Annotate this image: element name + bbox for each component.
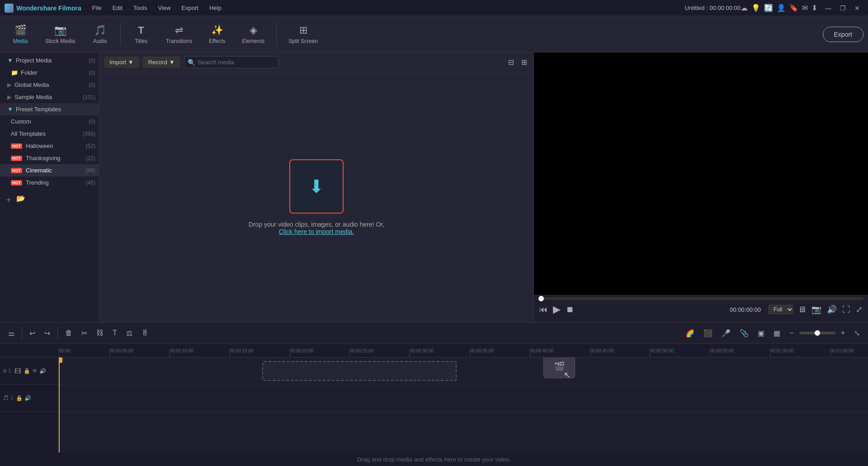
sidebar-folder-button[interactable]: 📂 bbox=[16, 194, 25, 205]
titlebar: Wondershare Filmora File Edit Tools View… bbox=[0, 0, 868, 16]
step-back-button[interactable]: ⏮ bbox=[538, 304, 548, 315]
sidebar-item-project-media[interactable]: ▼ Project Media (0) bbox=[0, 54, 99, 67]
stock-media-icon: 📷 bbox=[54, 24, 66, 36]
menu-view[interactable]: View bbox=[156, 4, 172, 12]
lock-icon[interactable]: 🔒 bbox=[24, 368, 30, 374]
download-icon[interactable]: ⬇ bbox=[811, 4, 817, 12]
ruler-marks: 00:00 00:00:05:00 00:00:10:00 00:00:15:0… bbox=[59, 344, 854, 357]
quality-select[interactable]: Full 1/2 1/4 1/8 bbox=[768, 304, 793, 314]
sidebar-preset-label: Preset Templates bbox=[16, 106, 61, 113]
redo-button[interactable]: ↪ bbox=[41, 326, 54, 340]
clip-button[interactable]: 📎 bbox=[736, 326, 752, 340]
export-button[interactable]: Export bbox=[823, 27, 863, 42]
toolbar-audio[interactable]: 🎵 Audio bbox=[84, 22, 116, 47]
video-track-row: 🎬 ↖ bbox=[59, 357, 868, 385]
zoom-slider[interactable] bbox=[799, 332, 835, 334]
titlebar-right-icons: ☁ 💡 🔄 👤 🔖 ✉ ⬇ bbox=[741, 4, 817, 12]
sidebar-item-preset-templates[interactable]: ▼ Preset Templates bbox=[0, 103, 99, 115]
filter-icon[interactable]: ⊟ bbox=[506, 56, 516, 68]
sidebar-item-global-media[interactable]: ▶ Global Media (0) bbox=[0, 79, 99, 91]
chevron-right-icon-2: ▶ bbox=[7, 94, 12, 100]
mail-icon[interactable]: ✉ bbox=[802, 4, 808, 12]
user-avatar[interactable]: 👤 bbox=[777, 4, 786, 12]
mute-icon[interactable]: 🔊 bbox=[39, 368, 46, 374]
fit-button[interactable]: ⤡ bbox=[850, 326, 863, 340]
audio-adjust-button[interactable]: 🎚 bbox=[138, 326, 152, 340]
media-icon: 🎬 bbox=[14, 24, 27, 36]
toolbar-effects[interactable]: ✨ Effects bbox=[201, 22, 233, 47]
toolbar-media[interactable]: 🎬 Media bbox=[5, 22, 36, 47]
drop-link[interactable]: Click here to import media. bbox=[279, 228, 354, 235]
timeline-scrubber[interactable] bbox=[538, 297, 863, 300]
sidebar-item-folder[interactable]: 📁 Folder (0) bbox=[0, 67, 99, 79]
fullscreen-icon[interactable]: ⛶ bbox=[841, 304, 851, 315]
expand-icon[interactable]: ⤢ bbox=[855, 304, 863, 315]
cloud-icon[interactable]: ☁ bbox=[741, 4, 748, 12]
sidebar-item-all-templates[interactable]: All Templates (399) bbox=[0, 128, 99, 140]
sidebar-item-trending[interactable]: HOT Trending (45) bbox=[0, 176, 99, 189]
ruler-mark-11: 00:00:55:00 bbox=[710, 348, 734, 357]
timeline-ruler: 00:00 00:00:05:00 00:00:10:00 00:00:15:0… bbox=[0, 344, 868, 357]
import-button[interactable]: Import ▼ bbox=[104, 57, 139, 68]
mic-button[interactable]: 🎤 bbox=[718, 326, 734, 340]
play-pause-button[interactable]: ▶ bbox=[552, 303, 561, 316]
menu-tools[interactable]: Tools bbox=[132, 4, 149, 12]
sidebar-add-button[interactable]: ＋ bbox=[5, 194, 13, 205]
menu-edit[interactable]: Edit bbox=[111, 4, 124, 12]
bulb-icon[interactable]: 💡 bbox=[751, 4, 760, 12]
mask-button[interactable]: ⬛ bbox=[700, 326, 716, 340]
grid-view-icon[interactable]: ⊞ bbox=[519, 56, 529, 68]
sidebar-sample-media-label: Sample Media bbox=[14, 94, 52, 100]
caption-button[interactable]: ▦ bbox=[770, 326, 784, 340]
cut-button[interactable]: ✂ bbox=[78, 326, 91, 340]
bookmark-icon[interactable]: 🔖 bbox=[789, 4, 798, 12]
toolbar-elements[interactable]: ◈ Elements bbox=[235, 22, 272, 47]
overlay-button[interactable]: ▣ bbox=[754, 326, 768, 340]
zoom-out-button[interactable]: − bbox=[786, 326, 797, 340]
lock-icon-a[interactable]: 🔒 bbox=[16, 395, 23, 401]
search-input[interactable] bbox=[184, 56, 279, 68]
sidebar-item-custom[interactable]: Custom (0) bbox=[0, 115, 99, 128]
app-logo: Wondershare Filmora bbox=[5, 4, 81, 13]
camera-icon[interactable]: 📷 bbox=[811, 304, 822, 315]
volume-icon[interactable]: 🔊 bbox=[826, 304, 838, 315]
adjust-button[interactable]: ⚖ bbox=[123, 326, 136, 340]
effects-icon: ✨ bbox=[211, 24, 223, 36]
screen-icon[interactable]: 🖥 bbox=[797, 304, 807, 315]
text-button[interactable]: T bbox=[109, 326, 121, 340]
drag-hint-text: Drag and drop media and effects here to … bbox=[357, 456, 511, 463]
sidebar-item-halloween[interactable]: HOT Halloween (52) bbox=[0, 140, 99, 152]
toolbar-stock-media[interactable]: 📷 Stock Media bbox=[38, 22, 82, 47]
stop-button[interactable]: ⏹ bbox=[565, 304, 575, 315]
record-button[interactable]: Record ▼ bbox=[143, 57, 180, 68]
sidebar-item-sample-media[interactable]: ▶ Sample Media (101) bbox=[0, 91, 99, 103]
undo-button[interactable]: ↩ bbox=[26, 326, 39, 340]
hot-badge-thanksgiving: HOT bbox=[11, 156, 22, 161]
menu-help[interactable]: Help bbox=[208, 4, 223, 12]
toolbar-transitions[interactable]: ⇌ Transitions bbox=[159, 22, 199, 47]
zoom-in-button[interactable]: + bbox=[837, 326, 849, 340]
toolbar-split-screen[interactable]: ⊞ Split Screen bbox=[281, 22, 325, 47]
toolbar-titles[interactable]: T Titles bbox=[125, 22, 157, 47]
chain-button[interactable]: ⛓ bbox=[93, 326, 107, 340]
close-button[interactable]: ✕ bbox=[851, 4, 863, 13]
sidebar-trending-label: Trending bbox=[26, 179, 49, 186]
sidebar-sample-media-count: (101) bbox=[83, 94, 95, 100]
color-correct-button[interactable]: 🌈 bbox=[682, 326, 698, 340]
menu-bar: File Edit Tools View Export Help bbox=[90, 4, 685, 12]
sidebar-folder-label: Folder bbox=[21, 69, 38, 76]
sync-icon[interactable]: 🔄 bbox=[764, 4, 773, 12]
transitions-icon: ⇌ bbox=[175, 24, 183, 36]
mute-icon-a[interactable]: 🔊 bbox=[24, 395, 31, 401]
sidebar-item-cinematic[interactable]: HOT Cinematic (66) bbox=[0, 164, 99, 176]
minimize-button[interactable]: — bbox=[822, 4, 835, 13]
playhead bbox=[59, 357, 60, 452]
delete-button[interactable]: 🗑 bbox=[61, 326, 76, 340]
scenes-button[interactable]: ⚌ bbox=[5, 326, 18, 340]
sidebar-item-thanksgiving[interactable]: HOT Thanksgiving (22) bbox=[0, 152, 99, 164]
menu-export[interactable]: Export bbox=[179, 4, 200, 12]
menu-file[interactable]: File bbox=[90, 4, 104, 12]
eye-icon[interactable]: 👁 bbox=[32, 368, 38, 374]
ruler-mark-10: 00:00:50:00 bbox=[650, 348, 674, 357]
maximize-button[interactable]: ❐ bbox=[836, 4, 849, 13]
